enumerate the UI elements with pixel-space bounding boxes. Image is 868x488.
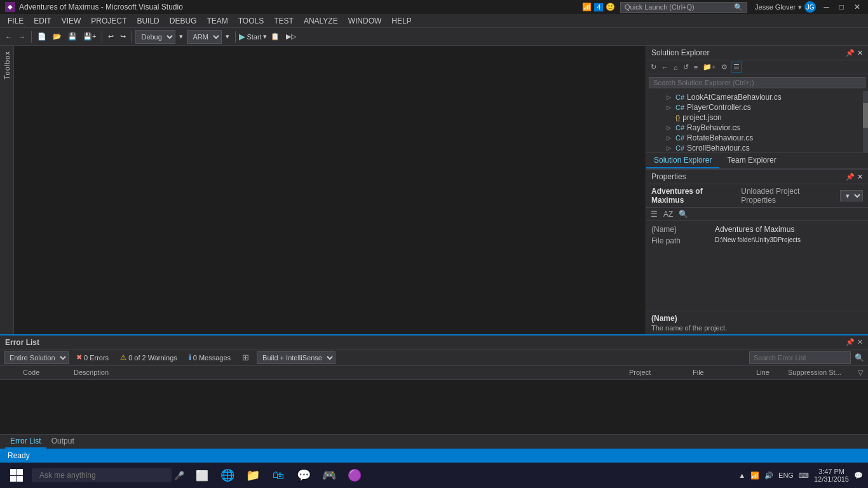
expand-icon[interactable]: ▷ (667, 94, 675, 100)
menu-item-help[interactable]: HELP (386, 15, 416, 27)
platform-dropdown[interactable]: ARM (187, 30, 222, 44)
props-close-button[interactable]: ✕ (857, 173, 863, 181)
el-col-suppression[interactable]: Suppression St... (784, 367, 854, 378)
se-search-input[interactable] (649, 77, 865, 88)
extra-toolbar-btn2[interactable]: ▶▷ (283, 31, 299, 42)
el-tab-error-list[interactable]: Error List (5, 435, 46, 449)
el-warnings-button[interactable]: ⚠ 0 of 2 Warnings (116, 353, 181, 362)
se-close-button[interactable]: ✕ (857, 49, 863, 57)
save-button[interactable]: 💾 (65, 31, 79, 42)
se-refresh-button[interactable]: ↺ (681, 62, 691, 72)
open-button[interactable]: 📂 (50, 31, 64, 42)
start-button[interactable]: ▶ Start ▾ (239, 32, 266, 41)
se-item-projectjson1[interactable]: {} project.json (646, 112, 868, 123)
menu-item-file[interactable]: FILE (3, 15, 29, 27)
el-pin-button[interactable]: 📌 (846, 338, 855, 346)
se-filter-button[interactable]: ☰ (731, 62, 742, 72)
se-collapse-button[interactable]: ≡ (692, 63, 700, 72)
taskbar-explorer-icon[interactable]: 📁 (243, 465, 263, 485)
se-item-playercontroller[interactable]: ▷ C# PlayerController.cs (646, 102, 868, 112)
el-search-input[interactable] (749, 351, 851, 364)
props-dropdown[interactable]: ▾ (840, 190, 863, 201)
menu-item-project[interactable]: PROJECT (86, 15, 132, 27)
menu-item-build[interactable]: BUILD (132, 15, 164, 27)
editor-area[interactable] (14, 46, 646, 334)
expand-icon[interactable]: ▷ (667, 135, 675, 141)
taskbar-vs-icon[interactable]: 🟣 (344, 465, 365, 485)
user-dropdown-icon[interactable]: ▾ (798, 3, 802, 11)
menu-item-debug[interactable]: DEBUG (165, 15, 202, 27)
taskbar-datetime[interactable]: 3:47 PM 12/31/2015 (814, 468, 849, 483)
quick-launch-box[interactable]: Quick Launch (Ctrl+Q) 🔍 (620, 2, 747, 13)
props-categories-button[interactable]: ☰ (649, 209, 660, 219)
el-search-icon[interactable]: 🔍 (855, 353, 864, 362)
se-pin-button[interactable]: 📌 (846, 49, 855, 57)
props-pin-button[interactable]: 📌 (846, 173, 855, 181)
menu-item-edit[interactable]: EDIT (29, 15, 56, 27)
network-icon[interactable]: 📶 (750, 471, 759, 480)
taskbar-search-input[interactable] (32, 468, 172, 482)
undo-button[interactable]: ↩ (105, 31, 116, 42)
notification-center-icon[interactable]: 💬 (854, 471, 863, 480)
el-filter-dropdown[interactable]: Build + IntelliSense (257, 351, 336, 364)
tab-solution-explorer[interactable]: Solution Explorer (646, 153, 719, 168)
volume-icon[interactable]: 🔊 (764, 471, 773, 480)
menu-item-analyze[interactable]: ANALYZE (299, 15, 343, 27)
el-scope-dropdown[interactable]: Entire Solution (4, 351, 69, 364)
redo-button[interactable]: ↪ (118, 31, 128, 42)
el-col-project[interactable]: Project (625, 367, 689, 378)
taskbar-multitasking-icon[interactable]: ⬜ (192, 465, 212, 485)
el-messages-button[interactable]: ℹ 0 Messages (185, 353, 234, 362)
se-home-button[interactable]: ⌂ (672, 63, 680, 72)
config-dropdown[interactable]: Debug (135, 30, 175, 44)
menu-item-window[interactable]: WINDOW (343, 15, 387, 27)
props-alphabetical-button[interactable]: AZ (661, 209, 675, 219)
taskbar-firefox-icon[interactable]: 🌐 (217, 465, 238, 485)
taskbar-skype-icon[interactable]: 💬 (294, 465, 314, 485)
microphone-icon[interactable]: 🎤 (174, 471, 184, 480)
extra-toolbar-btn[interactable]: 📋 (268, 31, 282, 42)
show-hidden-icons[interactable]: ▲ (738, 471, 745, 479)
expand-icon[interactable]: ▷ (667, 125, 675, 131)
toolbox-panel[interactable]: Toolbox (0, 46, 14, 334)
el-col-line[interactable]: Line (752, 367, 784, 378)
el-errors-button[interactable]: ✖ 0 Errors (72, 353, 112, 362)
keyboard-icon[interactable]: ⌨ (799, 471, 809, 480)
nav-forward-button[interactable]: → (16, 32, 28, 42)
close-button[interactable]: ✕ (851, 3, 863, 11)
minimize-button[interactable]: ─ (821, 3, 832, 11)
menu-item-view[interactable]: VIEW (57, 15, 86, 27)
el-filter-icon[interactable]: ▽ (854, 367, 868, 378)
taskbar-unity-icon[interactable]: 🎮 (319, 465, 339, 485)
se-item-raybehavior[interactable]: ▷ C# RayBehavior.cs (646, 123, 868, 133)
el-col-code[interactable]: Code (19, 367, 70, 378)
save-all-button[interactable]: 💾+ (81, 31, 98, 42)
new-project-button[interactable]: 📄 (35, 31, 49, 42)
nav-back-button[interactable]: ← (3, 32, 15, 42)
el-filter2-button[interactable]: ⊞ (238, 352, 253, 363)
se-sync-button[interactable]: ↻ (649, 62, 658, 72)
se-item-scrollbehaviour[interactable]: ▷ C# ScrollBehaviour.cs (646, 143, 868, 152)
taskbar-store-icon[interactable]: 🛍 (268, 465, 288, 485)
se-scrollbar[interactable] (863, 91, 868, 152)
se-item-rotatebehaviour[interactable]: ▷ C# RotateBehaviour.cs (646, 133, 868, 143)
expand-icon[interactable]: ▷ (667, 104, 675, 111)
el-col-description[interactable]: Description (70, 367, 625, 378)
el-close-button[interactable]: ✕ (857, 338, 863, 346)
menu-item-team[interactable]: TEAM (201, 15, 233, 27)
tab-team-explorer[interactable]: Team Explorer (719, 153, 783, 168)
el-col-file[interactable]: File (689, 367, 752, 378)
se-back-button[interactable]: ← (660, 63, 670, 72)
platform-dropdown-arrow[interactable]: ▾ (223, 31, 232, 42)
restore-button[interactable]: □ (837, 3, 846, 11)
taskbar-start-button[interactable] (5, 464, 28, 487)
se-item-lookatcamera[interactable]: ▷ C# LookAtCameraBehaviour.cs (646, 92, 868, 102)
user-info[interactable]: Jesse Glover ▾ JG (750, 1, 816, 13)
el-tab-output[interactable]: Output (46, 435, 79, 449)
se-settings-button[interactable]: ⚙ (719, 62, 729, 72)
menu-item-test[interactable]: TEST (269, 15, 299, 27)
config-dropdown-arrow[interactable]: ▾ (177, 31, 186, 42)
props-search-button[interactable]: 🔍 (677, 209, 690, 219)
ime-icon[interactable]: ENG (778, 471, 794, 479)
expand-icon[interactable]: ▷ (667, 145, 675, 151)
